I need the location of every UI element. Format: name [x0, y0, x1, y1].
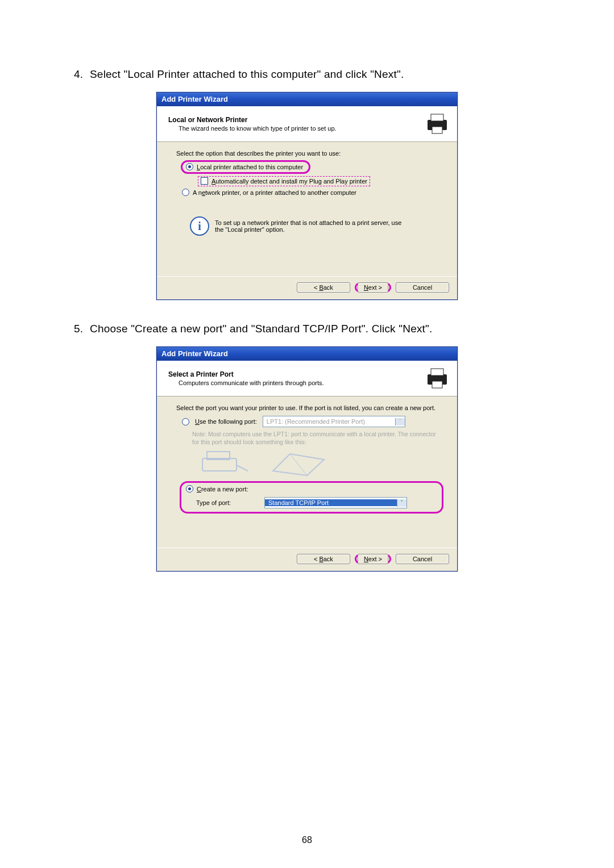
chevron-down-icon: ˅: [397, 499, 406, 507]
radio-use-port[interactable]: [182, 418, 189, 425]
wizard-2-banner: Select a Printer Port Computers communic…: [157, 361, 457, 397]
highlight-next-1: Next >: [355, 282, 391, 293]
chevron-down-icon: ˅: [395, 418, 405, 425]
wizard-2: Add Printer Wizard Select a Printer Port…: [156, 347, 458, 571]
wizard-1-prompt: Select the option that describes the pri…: [176, 150, 441, 157]
svg-rect-5: [432, 381, 442, 388]
page-number: 68: [0, 835, 614, 845]
step-5-text: 5.Choose "Create a new port" and "Standa…: [74, 323, 540, 335]
wizard-1-banner: Local or Network Printer The wizard need…: [157, 106, 457, 142]
highlight-next-2: Next >: [355, 554, 391, 564]
back-button[interactable]: < Back: [297, 554, 350, 564]
port-illustration: [199, 448, 441, 477]
radio-use-port-label: Use the following port:: [195, 418, 257, 425]
radio-create-port[interactable]: [186, 485, 193, 493]
svg-rect-1: [431, 114, 443, 121]
cancel-button[interactable]: Cancel: [396, 282, 449, 293]
info-text: To set up a network printer that is not …: [215, 219, 403, 233]
radio-network-printer[interactable]: [182, 189, 189, 196]
wizard-2-titlebar: Add Printer Wizard: [157, 347, 457, 361]
highlight-auto-detect: Automatically detect and install my Plug…: [198, 176, 370, 186]
radio-local-printer-label: Local printer attached to this computer: [197, 164, 303, 170]
svg-rect-6: [202, 458, 237, 471]
type-of-port-label: Type of port:: [196, 499, 259, 506]
step-4-text: 4.Select "Local Printer attached to this…: [74, 68, 540, 81]
info-icon: i: [190, 216, 209, 236]
wizard-1: Add Printer Wizard Local or Network Prin…: [156, 92, 458, 300]
radio-create-port-label: Create a new port:: [197, 486, 248, 493]
combo-existing-port[interactable]: LPT1: (Recommended Printer Port) ˅: [263, 416, 405, 427]
back-button[interactable]: < Back: [297, 282, 350, 293]
next-button[interactable]: Next >: [358, 282, 388, 293]
radio-network-printer-label: A network printer, or a printer attached…: [193, 189, 356, 196]
highlight-local-printer: Local printer attached to this computer: [181, 160, 310, 174]
checkbox-auto-detect[interactable]: [201, 177, 208, 185]
wizard-2-banner-title: Select a Printer Port: [168, 370, 425, 378]
checkbox-auto-detect-label: Automatically detect and install my Plug…: [211, 178, 367, 185]
wizard-1-titlebar: Add Printer Wizard: [157, 93, 457, 106]
wizard-1-banner-title: Local or Network Printer: [168, 116, 425, 124]
combo-port-type[interactable]: Standard TCP/IP Port ˅: [264, 497, 407, 508]
printer-icon: [425, 112, 449, 136]
printer-icon: [425, 366, 449, 390]
cancel-button[interactable]: Cancel: [396, 554, 449, 564]
wizard-2-banner-subtitle: Computers communicate with printers thro…: [179, 379, 425, 386]
svg-rect-2: [432, 127, 442, 133]
next-button[interactable]: Next >: [358, 554, 388, 564]
radio-local-printer[interactable]: [186, 163, 193, 170]
wizard-2-prompt: Select the port you want your printer to…: [176, 404, 438, 411]
svg-rect-4: [431, 369, 443, 375]
wizard-1-banner-subtitle: The wizard needs to know which type of p…: [179, 125, 425, 132]
highlight-create-port: Create a new port: Type of port: Standar…: [180, 481, 443, 514]
port-note: Note: Most computers use the LPT1: port …: [192, 431, 441, 446]
